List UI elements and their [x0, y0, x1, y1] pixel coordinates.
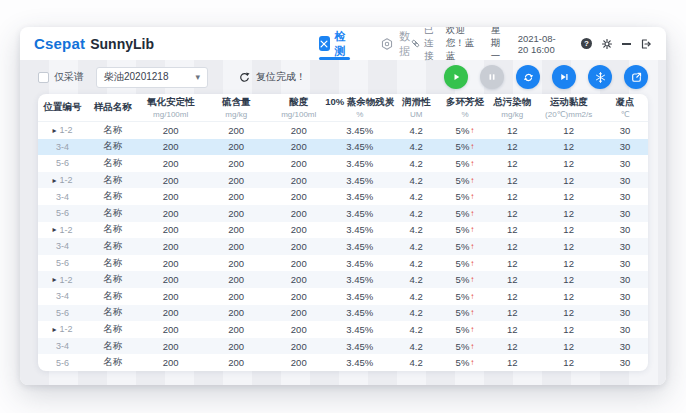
sample-select[interactable]: 柴油20201218 ▾	[96, 67, 208, 88]
cell-pour-point: 30	[602, 258, 648, 269]
cell-total-contaminants: 12	[489, 357, 535, 368]
skip-next-button[interactable]	[552, 65, 576, 89]
column-header-sample-name: 样品名称	[87, 94, 139, 121]
app-logo: Csepat SunnyLib	[34, 35, 154, 52]
cell-pour-point: 30	[602, 291, 648, 302]
cell-oxidation-stability: 200	[139, 158, 203, 169]
cell-sulfur-content: 200	[203, 291, 270, 302]
start-button[interactable]	[444, 65, 468, 89]
table-row[interactable]: ▸1-2名称2002002003.45%4.25%↑121230	[38, 222, 648, 239]
tab-detect-label: 检测	[335, 29, 350, 59]
table-row[interactable]: ▸1-2名称2002002003.45%4.25%↑121230	[38, 271, 648, 288]
cell-pah: 5%↑	[441, 141, 490, 152]
cell-pah: 5%↑	[441, 274, 490, 285]
cell-pour-point: 30	[602, 324, 648, 335]
tab-data-label: 数据	[399, 29, 410, 59]
data-hexagon-icon	[380, 37, 394, 51]
table-row[interactable]: 3-4名称2002002003.45%4.25%↑121230	[38, 238, 648, 255]
table-row[interactable]: ▸1-2名称2002002003.45%4.25%↑121230	[38, 122, 648, 139]
table-row[interactable]: ▸1-2名称2002002003.45%4.25%↑121230	[38, 321, 648, 338]
sync-button[interactable]	[516, 65, 540, 89]
tab-detect[interactable]: 检测	[319, 27, 350, 60]
cell-oxidation-stability: 200	[139, 208, 203, 219]
table-row[interactable]: 5-6名称2002002003.45%4.25%↑121230	[38, 354, 648, 371]
cell-sample-name: 名称	[87, 273, 139, 286]
cell-pour-point: 30	[602, 208, 648, 219]
cell-pah: 5%↑	[441, 125, 490, 136]
trend-up-icon: ↑	[470, 259, 474, 268]
expand-arrow-icon[interactable]: ▸	[52, 225, 56, 234]
cell-acidity: 200	[270, 125, 328, 136]
trend-up-icon: ↑	[470, 126, 474, 135]
cell-pah: 5%↑	[441, 175, 490, 186]
table-row[interactable]: 3-4名称2002002003.45%4.25%↑121230	[38, 139, 648, 156]
acquire-only-label: 仅采谱	[54, 70, 84, 84]
exit-icon[interactable]	[640, 38, 652, 50]
cell-carbon-residue: 3.45%	[328, 208, 392, 219]
cell-pour-point: 30	[602, 141, 648, 152]
cell-lubricity: 4.2	[392, 208, 441, 219]
cell-pah: 5%↑	[441, 224, 490, 235]
position-cell: ▸1-2	[38, 324, 87, 334]
snowflake-button[interactable]	[588, 65, 612, 89]
acquire-only-checkbox[interactable]	[38, 72, 49, 83]
cell-pah: 5%↑	[441, 291, 490, 302]
cell-acidity: 200	[270, 141, 328, 152]
tab-data[interactable]: 数据	[380, 27, 410, 60]
cell-oxidation-stability: 200	[139, 307, 203, 318]
position-cell: ▸1-2	[38, 225, 87, 235]
cell-oxidation-stability: 200	[139, 274, 203, 285]
cell-sulfur-content: 200	[203, 274, 270, 285]
cell-kinematic-viscosity: 12	[535, 158, 602, 169]
main-nav: 检测 数据	[319, 27, 410, 60]
position-cell: ▸1-2	[38, 125, 87, 135]
table-row[interactable]: 5-6名称2002002003.45%4.25%↑121230	[38, 255, 648, 272]
cell-kinematic-viscosity: 12	[535, 274, 602, 285]
expand-arrow-icon[interactable]: ▸	[52, 325, 56, 334]
welcome-text: 欢迎您！蓝蓝	[446, 27, 482, 63]
cell-kinematic-viscosity: 12	[535, 307, 602, 318]
export-button[interactable]	[624, 65, 648, 89]
detect-tools-icon	[319, 36, 330, 51]
table-row[interactable]: ▸1-2名称2002002003.45%4.25%↑121230	[38, 172, 648, 189]
cell-kinematic-viscosity: 12	[535, 208, 602, 219]
results-table: 位置编号样品名称氧化安定性mg/100ml硫含量mg/kg酸度mg/100ml1…	[38, 94, 648, 371]
cell-pah: 5%↑	[441, 307, 490, 318]
expand-arrow-icon[interactable]: ▸	[52, 275, 56, 284]
cell-sample-name: 名称	[87, 124, 139, 137]
cell-pour-point: 30	[602, 357, 648, 368]
table-row[interactable]: 5-6名称2002002003.45%4.25%↑121230	[38, 205, 648, 222]
table-row[interactable]: 3-4名称2002002003.45%4.25%↑121230	[38, 338, 648, 355]
expand-arrow-icon[interactable]: ▸	[52, 126, 56, 135]
column-header-carbon-residue: 10% 蒸余物残炭%	[328, 94, 392, 121]
cell-acidity: 200	[270, 191, 328, 202]
cell-total-contaminants: 12	[489, 307, 535, 318]
table-row[interactable]: 5-6名称2002002003.45%4.25%↑121230	[38, 155, 648, 172]
cell-total-contaminants: 12	[489, 274, 535, 285]
cell-carbon-residue: 3.45%	[328, 307, 392, 318]
cell-acidity: 200	[270, 274, 328, 285]
expand-arrow-icon[interactable]: ▸	[52, 176, 56, 185]
trend-up-icon: ↑	[470, 159, 474, 168]
trend-up-icon: ↑	[470, 192, 474, 201]
cell-lubricity: 4.2	[392, 241, 441, 252]
help-button[interactable]: ?	[581, 38, 592, 49]
table-row[interactable]: 5-6名称2002002003.45%4.25%↑121230	[38, 305, 648, 322]
cell-pour-point: 30	[602, 274, 648, 285]
pause-button[interactable]	[480, 65, 504, 89]
cell-carbon-residue: 3.45%	[328, 141, 392, 152]
minimize-button[interactable]	[622, 43, 631, 45]
table-row[interactable]: 3-4名称2002002003.45%4.25%↑121230	[38, 188, 648, 205]
cell-sample-name: 名称	[87, 140, 139, 153]
settings-gear-icon[interactable]	[601, 38, 613, 50]
cell-sample-name: 名称	[87, 174, 139, 187]
logo-secondary: SunnyLib	[90, 36, 154, 52]
cell-lubricity: 4.2	[392, 141, 441, 152]
chevron-down-icon: ▾	[195, 72, 200, 82]
reset-refresh-icon[interactable]	[238, 71, 251, 84]
table-row[interactable]: 3-4名称2002002003.45%4.25%↑121230	[38, 288, 648, 305]
cell-kinematic-viscosity: 12	[535, 224, 602, 235]
cell-total-contaminants: 12	[489, 191, 535, 202]
cell-lubricity: 4.2	[392, 175, 441, 186]
cell-acidity: 200	[270, 175, 328, 186]
